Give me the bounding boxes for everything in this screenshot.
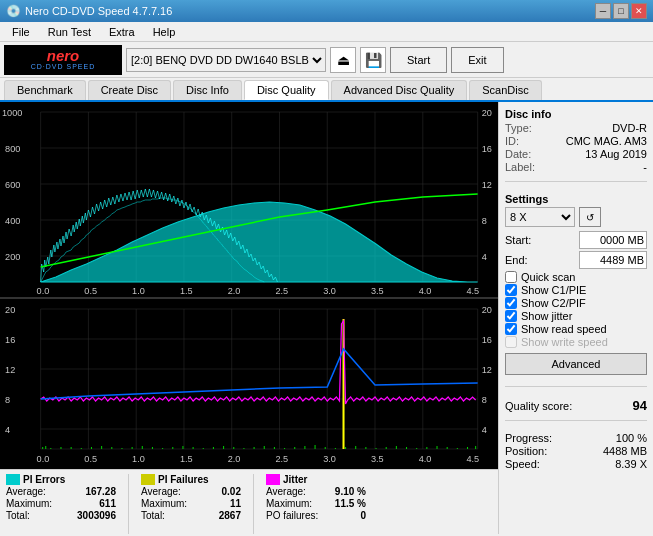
title-bar-text: Nero CD-DVD Speed 4.7.7.16: [25, 5, 172, 17]
disc-type-value: DVD-R: [612, 122, 647, 134]
svg-text:800: 800: [5, 144, 20, 154]
tab-advanced-disc-quality[interactable]: Advanced Disc Quality: [331, 80, 468, 100]
progress-value: 100 %: [616, 432, 647, 444]
start-input[interactable]: [579, 231, 647, 249]
exit-button[interactable]: Exit: [451, 47, 503, 73]
tab-scandisc[interactable]: ScanDisc: [469, 80, 541, 100]
disc-type-row: Type: DVD-R: [505, 122, 647, 134]
show-c1pie-row: Show C1/PIE: [505, 284, 647, 296]
show-c2pif-label: Show C2/PIF: [521, 297, 586, 309]
svg-text:12: 12: [482, 365, 492, 375]
pi-errors-color: [6, 474, 20, 485]
svg-text:0.0: 0.0: [37, 286, 50, 296]
refresh-button[interactable]: ↺: [579, 207, 601, 227]
pi-errors-total-value: 3003096: [77, 510, 116, 521]
end-mb-row: End:: [505, 251, 647, 269]
svg-text:16: 16: [482, 335, 492, 345]
svg-text:4.5: 4.5: [466, 286, 479, 296]
tab-disc-info[interactable]: Disc Info: [173, 80, 242, 100]
svg-text:8: 8: [482, 395, 487, 405]
pi-failures-total-label: Total:: [141, 510, 165, 521]
svg-text:20: 20: [482, 108, 492, 118]
svg-text:12: 12: [482, 180, 492, 190]
svg-text:600: 600: [5, 180, 20, 190]
menu-file[interactable]: File: [4, 24, 38, 40]
svg-text:1.0: 1.0: [132, 454, 145, 464]
show-read-speed-label: Show read speed: [521, 323, 607, 335]
pi-failures-color: [141, 474, 155, 485]
menu-run-test[interactable]: Run Test: [40, 24, 99, 40]
svg-text:0.5: 0.5: [84, 454, 97, 464]
minimize-button[interactable]: ─: [595, 3, 611, 19]
title-bar-left: 💿 Nero CD-DVD Speed 4.7.7.16: [6, 4, 172, 18]
svg-text:4: 4: [482, 252, 487, 262]
position-label: Position:: [505, 445, 547, 457]
start-button[interactable]: Start: [390, 47, 447, 73]
quick-scan-label: Quick scan: [521, 271, 575, 283]
svg-text:3.0: 3.0: [323, 454, 336, 464]
svg-text:4: 4: [5, 425, 10, 435]
pi-failures-max-label: Maximum:: [141, 498, 187, 509]
show-jitter-label: Show jitter: [521, 310, 572, 322]
charts-area: 1000 800 600 400 200 20 16 12 8 4 0.0 0.…: [0, 102, 498, 534]
svg-text:3.5: 3.5: [371, 286, 384, 296]
svg-text:16: 16: [482, 144, 492, 154]
bottom-chart-svg: 20 16 12 8 4 20 16 12 8 4 0.0 0.5 1.0 1.…: [0, 299, 498, 469]
drive-selector[interactable]: [2:0] BENQ DVD DD DW1640 BSLB: [126, 48, 326, 72]
save-button[interactable]: 💾: [360, 47, 386, 73]
settings-title: Settings: [505, 193, 647, 205]
show-read-speed-row: Show read speed: [505, 323, 647, 335]
menu-bar: File Run Test Extra Help: [0, 22, 653, 42]
show-jitter-checkbox[interactable]: [505, 310, 517, 322]
tab-create-disc[interactable]: Create Disc: [88, 80, 171, 100]
svg-text:4.0: 4.0: [419, 454, 432, 464]
pi-failures-label: PI Failures: [158, 474, 209, 485]
disc-id-row: ID: CMC MAG. AM3: [505, 135, 647, 147]
show-c2pif-row: Show C2/PIF: [505, 297, 647, 309]
disc-date-value: 13 Aug 2019: [585, 148, 647, 160]
show-read-speed-checkbox[interactable]: [505, 323, 517, 335]
disc-id-label: ID:: [505, 135, 519, 147]
end-input[interactable]: [579, 251, 647, 269]
show-c1pie-label: Show C1/PIE: [521, 284, 586, 296]
show-write-speed-checkbox[interactable]: [505, 336, 517, 348]
quick-scan-checkbox[interactable]: [505, 271, 517, 283]
advanced-button[interactable]: Advanced: [505, 353, 647, 375]
disc-label-value: -: [643, 161, 647, 173]
speed-value-info: 8.39 X: [615, 458, 647, 470]
position-value: 4488 MB: [603, 445, 647, 457]
close-button[interactable]: ✕: [631, 3, 647, 19]
jitter-avg-label: Average:: [266, 486, 306, 497]
legend-area: PI Errors Average: 167.28 Maximum: 611 T…: [0, 469, 498, 534]
svg-text:20: 20: [482, 305, 492, 315]
pi-errors-avg-value: 167.28: [85, 486, 116, 497]
disc-label-label: Label:: [505, 161, 535, 173]
svg-text:2.0: 2.0: [228, 286, 241, 296]
title-bar-buttons: ─ □ ✕: [595, 3, 647, 19]
svg-text:400: 400: [5, 216, 20, 226]
pi-failures-max-value: 11: [230, 498, 241, 509]
svg-text:4.5: 4.5: [466, 454, 479, 464]
progress-label: Progress:: [505, 432, 552, 444]
speed-selector[interactable]: 8 X: [505, 207, 575, 227]
show-c1pie-checkbox[interactable]: [505, 284, 517, 296]
pi-errors-total-label: Total:: [6, 510, 30, 521]
tab-bar: Benchmark Create Disc Disc Info Disc Qua…: [0, 78, 653, 102]
jitter-max-value: 11.5 %: [335, 498, 366, 509]
disc-date-row: Date: 13 Aug 2019: [505, 148, 647, 160]
jitter-avg-value: 9.10 %: [335, 486, 366, 497]
show-c2pif-checkbox[interactable]: [505, 297, 517, 309]
disc-type-label: Type:: [505, 122, 532, 134]
menu-extra[interactable]: Extra: [101, 24, 143, 40]
tab-disc-quality[interactable]: Disc Quality: [244, 80, 329, 100]
maximize-button[interactable]: □: [613, 3, 629, 19]
eject-button[interactable]: ⏏: [330, 47, 356, 73]
svg-text:8: 8: [5, 395, 10, 405]
speed-label-info: Speed:: [505, 458, 540, 470]
disc-info-section: Disc info Type: DVD-R ID: CMC MAG. AM3 D…: [505, 108, 647, 174]
svg-text:1000: 1000: [2, 108, 22, 118]
progress-row: Progress: 100 %: [505, 432, 647, 444]
logo: nero CD·DVD SPEED: [4, 45, 122, 75]
tab-benchmark[interactable]: Benchmark: [4, 80, 86, 100]
menu-help[interactable]: Help: [145, 24, 184, 40]
